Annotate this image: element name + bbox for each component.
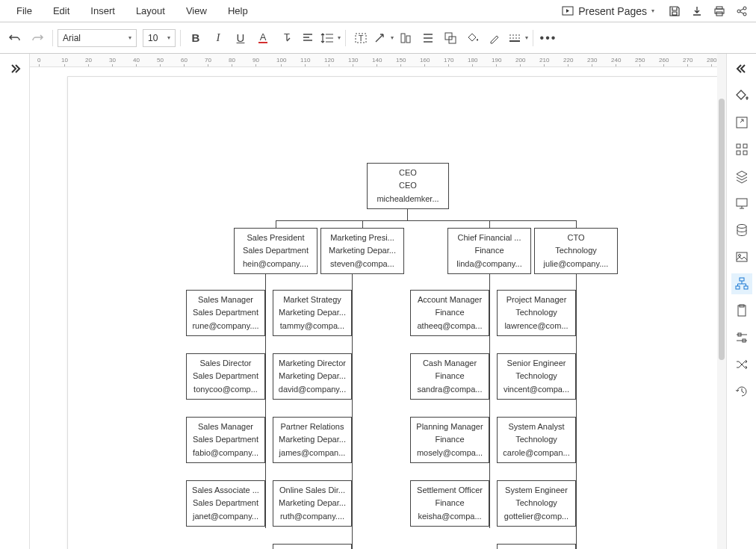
clipboard-tool[interactable] — [731, 300, 752, 321]
org-email: vincent@compa... — [502, 383, 571, 396]
undo-button[interactable] — [4, 28, 25, 49]
org-node-online-sales-dir[interactable]: Online Sales Dir... Marketing Depar... r… — [273, 480, 352, 527]
org-node-marketing-president[interactable]: Marketing Presi... Marketing Depar... st… — [320, 228, 404, 274]
org-node-sales-president[interactable]: Sales President Sales Department hein@co… — [234, 228, 317, 274]
present-pages-button[interactable]: Present Pages ▾ — [556, 2, 660, 20]
ruler-tick: 180 — [468, 54, 477, 67]
menu-view[interactable]: View — [176, 1, 217, 21]
org-dept: CEO — [372, 179, 444, 192]
toolbar: Arial ▾ 10 ▾ B I U A T ▾ T ▾ — [0, 22, 756, 54]
menu-layout[interactable]: Layout — [126, 1, 176, 21]
org-node-account-manager[interactable]: Account Manager Finance atheeq@compa... — [410, 290, 489, 336]
text-box-button[interactable]: T — [350, 28, 371, 49]
org-node-settlement-officer[interactable]: Settlement Officer Finance keisha@compa.… — [410, 480, 489, 527]
border-color-button[interactable] — [485, 28, 506, 49]
clear-format-button[interactable]: T — [275, 28, 296, 49]
org-node-sales-associate[interactable]: Sales Associate ... Sales Department jan… — [186, 480, 265, 527]
save-icon — [669, 5, 681, 17]
org-node-cfo[interactable]: Chief Financial ... Finance linda@compan… — [447, 228, 531, 274]
clear-format-icon: T — [279, 31, 292, 45]
italic-icon: I — [217, 31, 220, 44]
save-button[interactable] — [666, 3, 683, 19]
svg-rect-13 — [401, 34, 405, 43]
distribute-button[interactable] — [418, 28, 439, 49]
org-node-web-designer[interactable]: Web Designer Technology dammar@comp... — [497, 544, 576, 549]
org-node-sales-director[interactable]: Sales Director Sales Department tonycoo@… — [186, 353, 265, 400]
org-node-cash-manager[interactable]: Cash Manager Finance sandra@compa... — [410, 353, 489, 400]
svg-rect-22 — [737, 199, 747, 206]
font-color-button[interactable]: A — [252, 28, 273, 49]
more-button[interactable]: ••• — [538, 28, 559, 49]
italic-button[interactable]: I — [208, 28, 229, 49]
export-tool[interactable] — [731, 112, 752, 133]
chevron-down-icon: ▾ — [167, 34, 170, 41]
org-chart-tool[interactable] — [731, 273, 752, 294]
bold-button[interactable]: B — [185, 28, 206, 49]
org-dept: Sales Department — [191, 497, 260, 509]
image-tool[interactable] — [731, 246, 752, 267]
org-node-ceo[interactable]: CEO CEO michealdemker... — [367, 163, 449, 209]
font-family-select[interactable]: Arial ▾ — [58, 29, 137, 47]
org-node-senior-engineer[interactable]: Senior Engineer Technology vincent@compa… — [497, 353, 576, 400]
org-node-planning-manager[interactable]: Planning Manager Finance mosely@compa... — [410, 417, 489, 463]
org-email: mosely@compa... — [415, 447, 484, 459]
font-family-value: Arial — [63, 33, 81, 43]
align-button[interactable] — [297, 28, 318, 49]
fill-tool[interactable] — [731, 85, 752, 106]
document-page[interactable]: CEO CEO michealdemker... Sales President… — [67, 76, 725, 549]
org-title: Account Manager — [415, 294, 484, 306]
chevron-down-icon: ▾ — [128, 34, 131, 41]
canvas[interactable]: 0102030405060708090100110120130140150160… — [30, 54, 726, 549]
redo-icon — [31, 31, 44, 45]
org-node-cto[interactable]: CTO Technology julie@company.... — [534, 228, 618, 274]
ruler-tick: 50 — [157, 54, 164, 67]
ruler-tick: 80 — [229, 54, 235, 67]
timeline-tool[interactable] — [731, 327, 752, 348]
data-tool[interactable] — [731, 220, 752, 241]
org-node-marketing-director[interactable]: Marketing Director Marketing Depar... da… — [273, 353, 352, 400]
org-title: Partner Relations — [278, 421, 347, 433]
shuffle-tool[interactable] — [731, 354, 752, 375]
menu-file[interactable]: File — [6, 1, 43, 21]
org-dept: Sales Department — [239, 244, 312, 257]
menu-bar: File Edit Insert Layout View Help Presen… — [0, 0, 756, 22]
database-icon — [734, 223, 749, 238]
ruler-tick: 190 — [492, 54, 501, 67]
border-style-button[interactable]: ▾ — [507, 28, 528, 49]
org-node-market-strategy[interactable]: Market Strategy Marketing Depar... tammy… — [273, 290, 352, 336]
org-node-campaign-manager[interactable]: Campaign Mana... Marketing Depar... mich… — [273, 544, 352, 549]
menu-help[interactable]: Help — [217, 1, 258, 21]
redo-button[interactable] — [27, 28, 48, 49]
font-size-select[interactable]: 10 ▾ — [143, 29, 176, 47]
present-tool[interactable] — [731, 193, 752, 214]
download-button[interactable] — [689, 3, 705, 19]
org-email: tammy@compa... — [278, 320, 347, 332]
scrollbar-thumb[interactable] — [719, 99, 725, 360]
org-node-system-analyst[interactable]: System Analyst Technology carole@compan.… — [497, 417, 576, 463]
print-button[interactable] — [711, 3, 728, 19]
org-node-partner-relations[interactable]: Partner Relations Marketing Depar... jam… — [273, 417, 352, 463]
share-button[interactable] — [734, 3, 750, 19]
expand-left-sidebar-button[interactable] — [4, 58, 25, 79]
org-title: Marketing Director — [278, 357, 347, 370]
underline-button[interactable]: U — [230, 28, 251, 49]
ruler-tick: 240 — [611, 54, 621, 67]
vertical-scrollbar[interactable] — [717, 54, 726, 549]
layers-tool[interactable] — [731, 166, 752, 187]
org-node-project-manager[interactable]: Project Manager Technology lawrence@com.… — [497, 290, 576, 336]
group-button[interactable] — [440, 28, 461, 49]
distribute-icon — [421, 31, 435, 45]
fill-color-button[interactable] — [462, 28, 483, 49]
line-spacing-button[interactable]: ▾ — [320, 28, 341, 49]
org-node-system-engineer[interactable]: System Engineer Technology gottelier@com… — [497, 480, 576, 527]
connector-button[interactable]: ▾ — [373, 28, 394, 49]
menu-insert[interactable]: Insert — [80, 1, 126, 21]
org-node-sales-manager-2[interactable]: Sales Manager Sales Department fabio@com… — [186, 417, 265, 463]
ruler-tick: 110 — [300, 54, 310, 67]
menu-edit[interactable]: Edit — [43, 1, 80, 21]
align-objects-button[interactable] — [395, 28, 416, 49]
apps-tool[interactable] — [731, 139, 752, 160]
history-tool[interactable] — [731, 381, 752, 402]
collapse-right-sidebar-button[interactable] — [731, 58, 752, 79]
org-node-sales-manager-1[interactable]: Sales Manager Sales Department rune@comp… — [186, 290, 265, 336]
